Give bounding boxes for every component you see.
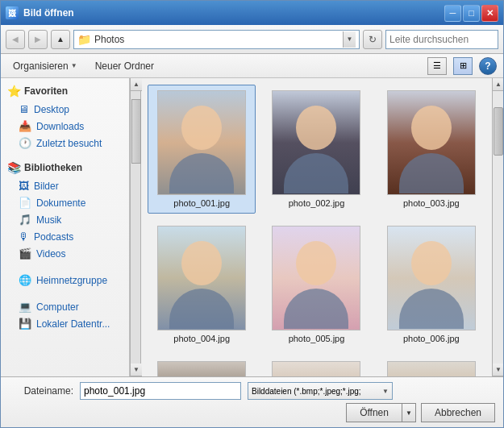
organize-label: Organisieren xyxy=(13,60,69,72)
podcasts-icon: 🎙 xyxy=(19,231,29,243)
scroll-thumb[interactable] xyxy=(494,107,503,156)
open-button-group: Öffnen ▼ xyxy=(346,403,416,422)
filetype-label: Bilddateien (*.bmp;*.jpeg;*.jpg; xyxy=(252,387,361,396)
file-item[interactable]: photo_006.jpg xyxy=(377,220,485,349)
location-bar: 📁 Photos ▼ xyxy=(73,30,360,49)
file-item[interactable]: photo_002.jpg xyxy=(262,85,370,214)
scroll-track xyxy=(493,91,503,364)
main-area: ⭐ Favoriten 🖥 Desktop 📥 Downloads 🕐 Zule… xyxy=(1,78,503,376)
sidebar-item-network[interactable]: 🌐 Heimnetzgruppe xyxy=(4,272,126,289)
search-input[interactable] xyxy=(389,34,504,45)
file-item[interactable]: photo_003.jpg xyxy=(377,85,485,214)
organize-button[interactable]: Organisieren ▼ xyxy=(7,58,83,74)
computer-section: 💻 Computer 💾 Lokaler Datentr... xyxy=(4,298,126,332)
close-button[interactable]: ✕ xyxy=(481,5,498,22)
file-item[interactable]: photo_004.jpg xyxy=(148,220,256,349)
sidebar-item-desktop[interactable]: 🖥 Desktop xyxy=(4,101,126,118)
file-grid: photo_001.jpgphoto_002.jpgphoto_003.jpgp… xyxy=(141,78,492,376)
pictures-icon: 🖼 xyxy=(19,180,29,192)
sidebar-item-desktop-label: Desktop xyxy=(34,104,69,115)
sidebar-scroll-up[interactable]: ▲ xyxy=(131,78,142,91)
folder-icon: 📁 xyxy=(77,33,91,46)
right-scrollbar: ▲ ▼ xyxy=(492,78,503,376)
toolbar: ◀ ▶ ▲ 📁 Photos ▼ ↻ 🔍 xyxy=(1,25,503,54)
favorites-icon: ⭐ xyxy=(7,85,21,98)
filetype-select[interactable]: Bilddateien (*.bmp;*.jpeg;*.jpg; ▼ xyxy=(248,382,393,400)
action-row: Öffnen ▼ Abbrechen xyxy=(9,403,495,422)
file-name: photo_002.jpg xyxy=(289,198,345,208)
sidebar: ⭐ Favoriten 🖥 Desktop 📥 Downloads 🕐 Zule… xyxy=(1,78,130,376)
libraries-label: Bibliotheken xyxy=(24,162,82,173)
sidebar-item-documents[interactable]: 📄 Dokumente xyxy=(4,194,126,211)
computer-icon: 💻 xyxy=(19,301,31,313)
refresh-button[interactable]: ↻ xyxy=(363,30,382,49)
filename-input[interactable] xyxy=(80,382,241,400)
help-button[interactable]: ? xyxy=(479,57,497,75)
window-title: Bild öffnen xyxy=(23,7,444,19)
bottom-bar: Dateiname: Bilddateien (*.bmp;*.jpeg;*.j… xyxy=(1,376,503,427)
cancel-button[interactable]: Abbrechen xyxy=(421,403,495,422)
file-name: photo_003.jpg xyxy=(403,198,460,208)
minimize-button[interactable]: ─ xyxy=(444,5,461,22)
sidebar-scrollbar: ▲ ▼ xyxy=(130,78,141,376)
localdisk-icon: 💾 xyxy=(19,318,31,330)
file-item[interactable]: photo_005.jpg xyxy=(262,220,370,349)
scroll-down-arrow[interactable]: ▼ xyxy=(493,364,503,376)
sidebar-item-pictures[interactable]: 🖼 Bilder xyxy=(4,177,126,194)
recent-icon: 🕐 xyxy=(19,137,31,149)
sidebar-item-videos[interactable]: 🎬 Videos xyxy=(4,245,126,262)
sidebar-item-pictures-label: Bilder xyxy=(34,181,59,192)
sidebar-scroll-thumb[interactable] xyxy=(131,99,141,164)
favorites-section: ⭐ Favoriten 🖥 Desktop 📥 Downloads 🕐 Zule… xyxy=(4,85,126,152)
network-section: 🌐 Heimnetzgruppe xyxy=(4,272,126,289)
up-button[interactable]: ▲ xyxy=(51,30,70,49)
sidebar-item-videos-label: Videos xyxy=(36,248,65,260)
libraries-section: 📚 Bibliotheken 🖼 Bilder 📄 Dokumente 🎵 Mu… xyxy=(4,161,126,262)
videos-icon: 🎬 xyxy=(19,247,31,260)
filename-row: Dateiname: Bilddateien (*.bmp;*.jpeg;*.j… xyxy=(9,382,495,400)
open-button[interactable]: Öffnen xyxy=(346,403,402,422)
file-area: photo_001.jpgphoto_002.jpgphoto_003.jpgp… xyxy=(141,78,503,376)
network-icon: 🌐 xyxy=(19,274,31,286)
sidebar-item-music-label: Musik xyxy=(36,214,61,226)
sidebar-item-podcasts[interactable]: 🎙 Podcasts xyxy=(4,228,126,245)
search-bar: 🔍 xyxy=(385,30,498,49)
file-name: photo_001.jpg xyxy=(173,198,230,208)
scroll-up-arrow[interactable]: ▲ xyxy=(493,78,503,91)
file-item[interactable]: photo_09.jpg xyxy=(377,355,485,376)
sidebar-item-localdisk[interactable]: 💾 Lokaler Datentr... xyxy=(4,315,126,332)
organize-arrow-icon: ▼ xyxy=(71,62,77,69)
filename-label: Dateiname: xyxy=(9,385,73,397)
file-name: photo_004.jpg xyxy=(173,334,230,343)
view-details-button[interactable]: ☰ xyxy=(427,57,447,75)
new-folder-button[interactable]: Neuer Ordner xyxy=(90,58,160,74)
file-item[interactable]: photo_07.jpg xyxy=(148,355,256,376)
title-bar: 🖼 Bild öffnen ─ □ ✕ xyxy=(1,1,503,25)
new-folder-label: Neuer Ordner xyxy=(95,60,154,72)
open-dropdown-button[interactable]: ▼ xyxy=(402,403,416,422)
sidebar-scroll-track xyxy=(131,91,140,364)
sidebar-scroll-down[interactable]: ▼ xyxy=(131,364,142,376)
forward-button[interactable]: ▶ xyxy=(28,30,48,49)
file-item[interactable]: photo_08.jpg xyxy=(262,355,370,376)
favorites-header: ⭐ Favoriten xyxy=(4,85,126,98)
window-icon: 🖼 xyxy=(6,6,19,19)
filetype-arrow-icon: ▼ xyxy=(382,388,389,395)
sidebar-item-downloads[interactable]: 📥 Downloads xyxy=(4,118,126,135)
sidebar-item-computer[interactable]: 💻 Computer xyxy=(4,298,126,315)
view-tiles-button[interactable]: ⊞ xyxy=(453,57,473,75)
back-button[interactable]: ◀ xyxy=(6,30,25,49)
maximize-button[interactable]: □ xyxy=(463,5,480,22)
libraries-header: 📚 Bibliotheken xyxy=(4,161,126,174)
sidebar-item-music[interactable]: 🎵 Musik xyxy=(4,211,126,228)
file-item[interactable]: photo_001.jpg xyxy=(148,85,256,214)
sidebar-item-downloads-label: Downloads xyxy=(36,121,84,132)
secondary-toolbar: Organisieren ▼ Neuer Ordner ☰ ⊞ ? xyxy=(1,54,503,78)
documents-icon: 📄 xyxy=(19,197,31,209)
music-icon: 🎵 xyxy=(19,214,31,226)
sidebar-item-recent[interactable]: 🕐 Zuletzt besucht xyxy=(4,135,126,152)
sidebar-item-podcasts-label: Podcasts xyxy=(34,231,73,243)
sidebar-item-localdisk-label: Lokaler Datentr... xyxy=(36,318,110,330)
location-dropdown[interactable]: ▼ xyxy=(343,31,356,48)
sidebar-item-computer-label: Computer xyxy=(36,301,79,313)
